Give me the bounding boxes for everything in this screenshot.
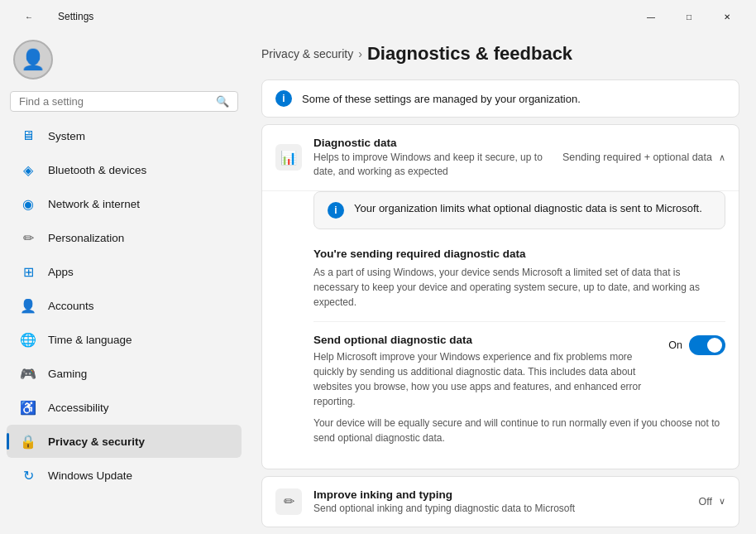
chevron-down-icon: ∨: [719, 496, 725, 507]
info-icon-2: i: [328, 202, 344, 219]
personalization-icon: ✏: [20, 229, 36, 246]
time-icon: 🌐: [20, 331, 36, 348]
avatar[interactable]: 👤: [13, 40, 53, 79]
sidebar-item-label-bluetooth: Bluetooth & devices: [48, 164, 146, 176]
optional-section: Send optional diagnostic data Help Micro…: [313, 322, 725, 457]
accessibility-icon: ♿: [20, 399, 36, 416]
inking-icon: ✏: [275, 488, 302, 515]
sidebar-item-label-time: Time & language: [48, 334, 132, 346]
org-limit-banner: i Your organization limits what optional…: [313, 191, 725, 229]
update-icon: ↻: [20, 467, 36, 483]
sidebar-item-personalization[interactable]: ✏Personalization: [7, 221, 242, 254]
nav-items: 🖥System◈Bluetooth & devices◉Network & in…: [0, 118, 248, 493]
optional-desc: Help Microsoft improve your Windows expe…: [313, 349, 655, 409]
close-button[interactable]: ✕: [708, 5, 746, 28]
window-controls: — □ ✕: [632, 5, 746, 28]
titlebar-left: ← Settings: [10, 5, 93, 28]
inking-row[interactable]: ✏ Improve inking and typing Send optiona…: [261, 476, 739, 527]
app-title: Settings: [58, 11, 93, 22]
sidebar-item-network[interactable]: ◉Network & internet: [7, 187, 242, 220]
main-layout: 👤 🔍 🖥System◈Bluetooth & devices◉Network …: [0, 30, 756, 534]
diagnostic-icon: 📊: [275, 144, 302, 171]
maximize-button[interactable]: □: [670, 5, 708, 28]
sidebar-item-label-update: Windows Update: [48, 469, 132, 482]
org-limit-text: Your organization limits what optional d…: [354, 202, 702, 214]
sidebar-item-label-privacy: Privacy & security: [48, 435, 145, 448]
sidebar-item-apps[interactable]: ⊞Apps: [7, 255, 242, 288]
org-banner-text: Some of these settings are managed by yo…: [302, 93, 581, 105]
sidebar-item-label-accounts: Accounts: [48, 300, 94, 312]
breadcrumb-parent: Privacy & security: [261, 47, 353, 60]
inking-right: Off ∨: [699, 496, 725, 508]
sidebar-item-gaming[interactable]: 🎮Gaming: [7, 357, 242, 390]
search-box[interactable]: 🔍: [10, 91, 238, 112]
inking-text: Improve inking and typing Send optional …: [313, 488, 687, 514]
diagnostic-card-text: Diagnostic data Helps to improve Windows…: [313, 137, 551, 179]
sidebar-item-bluetooth[interactable]: ◈Bluetooth & devices: [7, 153, 242, 186]
titlebar: ← Settings — □ ✕: [0, 0, 756, 30]
network-icon: ◉: [20, 195, 36, 212]
sidebar: 👤 🔍 🖥System◈Bluetooth & devices◉Network …: [0, 30, 248, 534]
diagnostic-card-title: Diagnostic data: [313, 137, 551, 149]
optional-note: Your device will be equally secure and w…: [313, 416, 725, 445]
sidebar-item-label-accessibility: Accessibility: [48, 402, 109, 414]
apps-icon: ⊞: [20, 263, 36, 280]
diagnostic-card-header[interactable]: 📊 Diagnostic data Helps to improve Windo…: [262, 125, 739, 190]
inking-desc: Send optional inking and typing diagnost…: [313, 503, 687, 514]
gaming-icon: 🎮: [20, 365, 36, 382]
optional-title: Send optional diagnostic data: [313, 334, 655, 346]
optional-toggle[interactable]: [689, 335, 725, 355]
required-data-section: You're sending required diagnostic data …: [313, 236, 725, 322]
required-data-title: You're sending required diagnostic data: [313, 248, 725, 260]
toggle-knob: [707, 338, 722, 353]
sidebar-header: 👤: [0, 30, 248, 86]
diagnostic-data-card: 📊 Diagnostic data Helps to improve Windo…: [261, 124, 739, 469]
breadcrumb-separator: ›: [358, 47, 362, 60]
sidebar-item-system[interactable]: 🖥System: [7, 119, 242, 152]
sidebar-item-accounts[interactable]: 👤Accounts: [7, 289, 242, 322]
sidebar-item-label-apps: Apps: [48, 266, 74, 278]
search-input[interactable]: [19, 95, 209, 108]
diagnostic-card-status: Sending required + optional data ∧: [562, 152, 725, 163]
diagnostic-expanded: i Your organization limits what optional…: [262, 190, 739, 469]
diagnostic-status-text: Sending required + optional data: [562, 152, 712, 163]
breadcrumb: Privacy & security › Diagnostics & feedb…: [261, 43, 739, 65]
diagnostic-card-subtitle: Helps to improve Windows and keep it sec…: [313, 151, 551, 179]
inking-status: Off: [699, 496, 712, 508]
inking-title: Improve inking and typing: [313, 488, 687, 501]
avatar-icon: 👤: [21, 48, 45, 71]
sidebar-item-label-network: Network & internet: [48, 198, 140, 210]
info-icon: i: [275, 90, 292, 107]
chevron-up-icon: ∧: [719, 152, 725, 163]
sidebar-item-time[interactable]: 🌐Time & language: [7, 323, 242, 356]
minimize-button[interactable]: —: [632, 5, 670, 28]
sidebar-item-label-system: System: [48, 130, 85, 142]
search-icon: 🔍: [216, 95, 229, 108]
sidebar-item-privacy[interactable]: 🔒Privacy & security: [7, 425, 242, 458]
system-icon: 🖥: [20, 127, 36, 144]
page-title: Diagnostics & feedback: [367, 43, 572, 65]
content-area: Privacy & security › Diagnostics & feedb…: [248, 30, 756, 534]
accounts-icon: 👤: [20, 297, 36, 314]
back-button[interactable]: ←: [10, 5, 48, 28]
bluetooth-icon: ◈: [20, 161, 36, 178]
privacy-icon: 🔒: [20, 433, 36, 450]
optional-header: Send optional diagnostic data Help Micro…: [313, 334, 725, 416]
toggle-label: On: [668, 339, 682, 351]
sidebar-item-accessibility[interactable]: ♿Accessibility: [7, 391, 242, 424]
sidebar-item-label-personalization: Personalization: [48, 232, 124, 244]
required-data-desc: As a part of using Windows, your device …: [313, 265, 725, 310]
optional-text: Send optional diagnostic data Help Micro…: [313, 334, 655, 416]
sidebar-item-update[interactable]: ↻Windows Update: [7, 459, 242, 492]
org-banner: i Some of these settings are managed by …: [261, 79, 739, 118]
sidebar-item-label-gaming: Gaming: [48, 368, 87, 380]
optional-toggle-wrap: On: [668, 335, 725, 355]
